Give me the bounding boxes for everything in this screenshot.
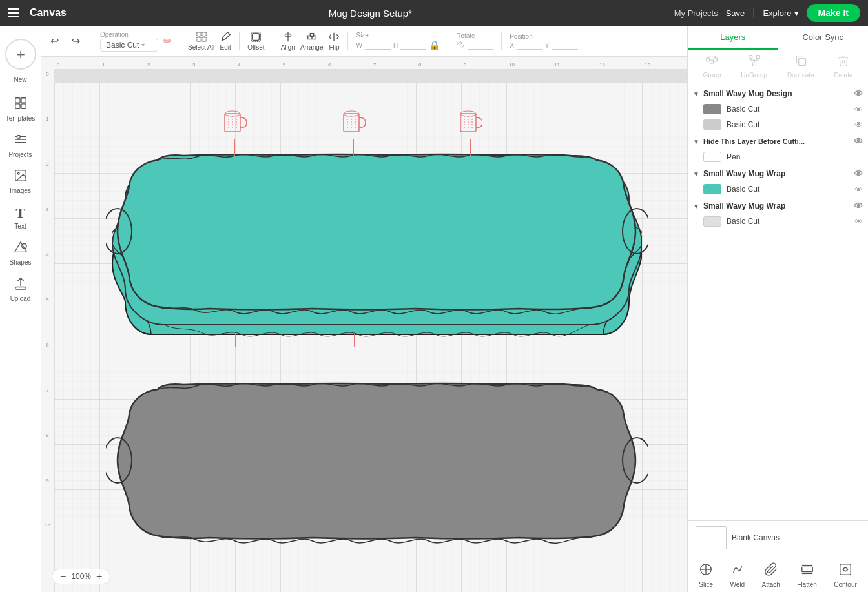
layer-group-header-mug-design[interactable]: ▼ Small Wavy Mug Design 👁 — [688, 86, 868, 101]
flip-button[interactable]: Flip — [328, 31, 340, 51]
upload-icon — [14, 276, 28, 294]
projects-label: Projects — [8, 151, 32, 158]
position-group: Position X Y — [510, 33, 577, 50]
canvas-with-ruler: 0 1 2 3 4 5 6 7 8 9 10 11 12 13 — [54, 57, 687, 592]
images-icon — [14, 168, 28, 186]
rotate-input[interactable] — [468, 41, 493, 50]
layer-label-bc4: Basic Cut — [727, 217, 849, 226]
canvas-scroll[interactable]: − 100% + — [54, 70, 687, 592]
layer-eye-bc1[interactable]: 👁 — [854, 105, 863, 114]
layer-eye-bc3[interactable]: 👁 — [854, 185, 863, 194]
make-it-button[interactable]: Make It — [807, 4, 860, 22]
teal-mug-wrap-actual[interactable] — [106, 150, 648, 396]
sidebar-item-upload[interactable]: Upload — [0, 271, 41, 307]
layer-group-header-wrap-teal[interactable]: ▼ Small Wavy Mug Wrap 👁 — [688, 166, 868, 181]
svg-rect-11 — [196, 37, 200, 41]
visibility-eye-1[interactable]: 👁 — [854, 88, 863, 99]
layer-label-bc2: Basic Cut — [727, 120, 849, 129]
flatten-icon — [800, 562, 814, 580]
align-button[interactable]: Align — [281, 31, 295, 51]
toolbar-sep5 — [347, 32, 348, 50]
pencil-button[interactable]: ✏ — [163, 35, 172, 47]
align-line-2 — [353, 139, 354, 156]
sidebar-item-text[interactable]: T Text — [0, 199, 41, 235]
blank-canvas-section[interactable]: Blank Canvas — [688, 520, 868, 555]
align-line-b1 — [235, 334, 236, 347]
group-button[interactable]: Group — [703, 54, 721, 79]
visibility-eye-3[interactable]: 👁 — [854, 168, 863, 179]
layer-group-header-hide[interactable]: ▼ Hide This Layer Before Cutti... 👁 — [688, 134, 868, 149]
align-line-1 — [234, 139, 235, 156]
flatten-button[interactable]: Flatten — [797, 562, 817, 588]
layer-swatch-bc2 — [703, 119, 721, 130]
delete-button[interactable]: Delete — [834, 54, 853, 79]
tab-color-sync[interactable]: Color Sync — [778, 26, 869, 50]
svg-rect-47 — [752, 63, 756, 66]
offset-button[interactable]: Offset — [247, 31, 265, 51]
layer-eye-bc2[interactable]: 👁 — [854, 120, 863, 130]
layer-group-name-3: Small Wavy Mug Wrap — [703, 169, 850, 178]
contour-button[interactable]: Contour — [834, 562, 857, 588]
width-input[interactable] — [365, 41, 391, 50]
collapse-arrow-2: ▼ — [693, 138, 699, 145]
layer-group-hide: ▼ Hide This Layer Before Cutti... 👁 Pen — [688, 134, 868, 165]
layer-item-bc2[interactable]: Basic Cut 👁 — [688, 117, 868, 132]
group-icon — [705, 54, 718, 70]
layer-swatch-pen — [703, 152, 721, 162]
layer-item-bc3[interactable]: Basic Cut 👁 — [688, 181, 868, 197]
height-input[interactable] — [400, 41, 426, 50]
layer-eye-bc4[interactable]: 👁 — [854, 217, 863, 227]
new-button[interactable]: ＋ New — [0, 28, 41, 91]
svg-rect-3 — [21, 104, 25, 108]
slice-icon — [699, 562, 713, 580]
explore-button[interactable]: Explore ▾ — [763, 8, 798, 18]
layer-group-header-wrap-gray[interactable]: ▼ Small Wavy Mug Wrap 👁 — [688, 198, 868, 214]
tab-layers[interactable]: Layers — [688, 26, 778, 50]
slice-button[interactable]: Slice — [699, 562, 713, 588]
w-label: W — [356, 42, 362, 49]
my-projects-link[interactable]: My Projects — [674, 8, 718, 18]
nav-right: My Projects Save | Explore ▾ Make It — [674, 4, 860, 22]
redo-button[interactable]: ↪ — [68, 32, 84, 50]
projects-icon — [14, 132, 28, 150]
arrange-button[interactable]: Arrange — [300, 31, 324, 51]
weld-button[interactable]: Weld — [730, 562, 745, 588]
ungroup-button[interactable]: UnGroup — [741, 54, 767, 79]
layer-item-pen[interactable]: Pen — [688, 149, 868, 165]
mug-icon-1 — [222, 108, 247, 141]
operation-select[interactable]: Basic Cut ▾ — [100, 39, 158, 52]
edit-button[interactable]: Edit — [220, 31, 231, 51]
undo-button[interactable]: ↩ — [46, 32, 63, 50]
y-input[interactable] — [552, 41, 578, 50]
svg-rect-4 — [17, 136, 20, 139]
sidebar-item-projects[interactable]: Projects — [0, 127, 41, 163]
save-button[interactable]: Save — [726, 8, 745, 18]
layer-group-mug-design: ▼ Small Wavy Mug Design 👁 Basic Cut 👁 Ba… — [688, 86, 868, 132]
y-label: Y — [545, 42, 550, 49]
hamburger-menu[interactable] — [8, 8, 19, 17]
sidebar-item-shapes[interactable]: Shapes — [0, 235, 41, 271]
layer-item-bc1[interactable]: Basic Cut 👁 — [688, 101, 868, 117]
layer-item-bc4[interactable]: Basic Cut 👁 — [688, 214, 868, 229]
right-tabs: Layers Color Sync — [688, 26, 868, 50]
page-title: Mug Design Setup* — [77, 8, 664, 19]
sidebar-item-templates[interactable]: Templates — [0, 91, 41, 127]
gray-mug-wrap[interactable] — [106, 380, 648, 592]
select-all-button[interactable]: Select All — [188, 31, 214, 51]
operation-arrow: ▾ — [141, 41, 145, 48]
duplicate-button[interactable]: Duplicate — [787, 54, 814, 79]
delete-label: Delete — [834, 72, 853, 79]
zoom-in-button[interactable]: + — [94, 571, 105, 582]
attach-button[interactable]: Attach — [762, 562, 780, 588]
visibility-eye-4[interactable]: 👁 — [854, 201, 863, 211]
svg-rect-18 — [307, 36, 311, 39]
slice-label: Slice — [699, 581, 713, 588]
weld-label: Weld — [730, 581, 745, 588]
toolbar-sep7 — [501, 32, 502, 50]
sidebar-item-images[interactable]: Images — [0, 163, 41, 199]
ruler-horizontal: 0 1 2 3 4 5 6 7 8 9 10 11 12 13 — [54, 57, 687, 70]
visibility-eye-2[interactable]: 👁 — [854, 136, 863, 147]
x-input[interactable] — [517, 41, 542, 50]
zoom-out-button[interactable]: − — [57, 571, 68, 582]
blank-canvas-label: Blank Canvas — [732, 533, 780, 542]
